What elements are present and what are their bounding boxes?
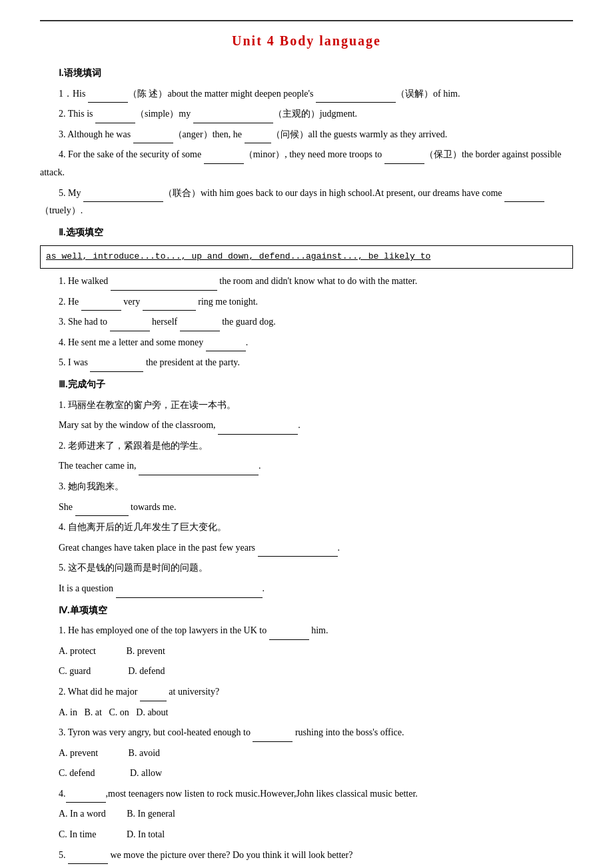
blank-q4-3 [253, 731, 293, 742]
q1-1: 1．His （陈 述）about the matter might deepen… [40, 85, 573, 103]
q3-3-cn: 3. 她向我跑来。 [40, 478, 573, 496]
q4-5: 5. we move the picture over there? Do yo… [40, 847, 573, 865]
q4-1-choices: A. protect B. prevent [59, 643, 573, 661]
section1-header: Ⅰ.语境填词 [40, 65, 573, 83]
section4-header: Ⅳ.单项填空 [40, 602, 573, 620]
q2-4: 4. He sent me a letter and some money . [40, 334, 573, 352]
blank-4-2 [384, 153, 424, 164]
q3-2-en: The teacher came in, . [40, 457, 573, 475]
q4-1: 1. He has employed one of the top lawyer… [40, 622, 573, 640]
blank-3-2 [245, 133, 271, 143]
blank-q3-4 [258, 546, 338, 557]
section3-header: Ⅲ.完成句子 [40, 376, 573, 394]
q4-1-choices2: C. guard D. defend [59, 663, 573, 681]
blank-q4-1 [269, 629, 309, 640]
main-content: Ⅰ.语境填词 1．His （陈 述）about the matter might… [40, 65, 573, 868]
q3-1-en: Mary sat by the window of the classroom,… [40, 417, 573, 435]
blank-q4-4 [66, 792, 106, 803]
q4-3-choices2: C. defend D. allow [59, 765, 573, 783]
q2-3: 3. She had to herself the guard dog. [40, 313, 573, 331]
blank-q2-2b [143, 300, 196, 311]
q3-2-cn: 2. 老师进来了，紧跟着是他的学生。 [40, 437, 573, 455]
q4-4: 4.,most teenagers now listen to rock mus… [40, 785, 573, 803]
blank-4-1 [204, 153, 244, 164]
q2-5: 5. I was the president at the party. [40, 354, 573, 372]
q3-4-en: Great changes have taken place in the pa… [40, 539, 573, 557]
q3-5-en: It is a question . [40, 580, 573, 598]
q4-2: 2. What did he major at university? [40, 683, 573, 701]
q3-5-cn: 5. 这不是钱的问题而是时间的问题。 [40, 559, 573, 577]
options-box: as well, introduce...to..., up and down,… [40, 245, 573, 269]
top-divider [40, 20, 573, 21]
blank-q2-3b [180, 321, 220, 331]
blank-q2-5 [90, 361, 143, 372]
q4-3-choices: A. prevent B. avoid [59, 745, 573, 763]
page-title: Unit 4 Body language [40, 33, 573, 49]
blank-q3-2 [139, 465, 259, 475]
q2-2: 2. He very ring me tonight. [40, 293, 573, 311]
q1-3: 3. Although he was （anger）then, he （问候）a… [40, 126, 573, 144]
blank-q4-5 [68, 853, 108, 864]
q2-1: 1. He walked the room and didn't know wh… [40, 273, 573, 291]
q1-5: 5. My （联合）with him goes back to our days… [40, 185, 573, 220]
blank-5-2 [504, 191, 544, 202]
q1-2: 2. This is （simple）my （主观的）judgment. [40, 105, 573, 123]
blank-q2-1 [111, 280, 217, 291]
section2-header: Ⅱ.选项填空 [40, 224, 573, 242]
blank-2-2 [193, 113, 273, 123]
blank-q2-4 [206, 341, 246, 351]
blank-q3-3 [75, 505, 129, 516]
blank-q3-1 [218, 424, 298, 435]
q3-4-cn: 4. 自他离开后的近几年发生了巨大变化。 [40, 519, 573, 537]
q3-1-cn: 1. 玛丽坐在教室的窗户旁，正在读一本书。 [40, 397, 573, 415]
q4-4-choices: A. In a word B. In general [59, 805, 573, 823]
q4-3: 3. Tyron was very angry, but cool-heated… [40, 724, 573, 742]
blank-q4-2 [140, 691, 167, 701]
q4-2-choices: A. in B. at C. on D. about [59, 704, 573, 722]
blank-3-1 [133, 133, 173, 143]
blank-5-1 [83, 191, 163, 202]
q3-3-en: She towards me. [40, 499, 573, 517]
blank-q2-2a [81, 300, 121, 311]
blank-2-1 [95, 113, 135, 123]
blank-1-1 [88, 92, 128, 103]
q4-4-choices2: C. In time D. In total [59, 826, 573, 844]
q1-4: 4. For the sake of the security of some … [40, 146, 573, 181]
blank-q3-5 [116, 587, 263, 598]
blank-1-2 [316, 92, 396, 103]
blank-q2-3a [110, 321, 150, 331]
